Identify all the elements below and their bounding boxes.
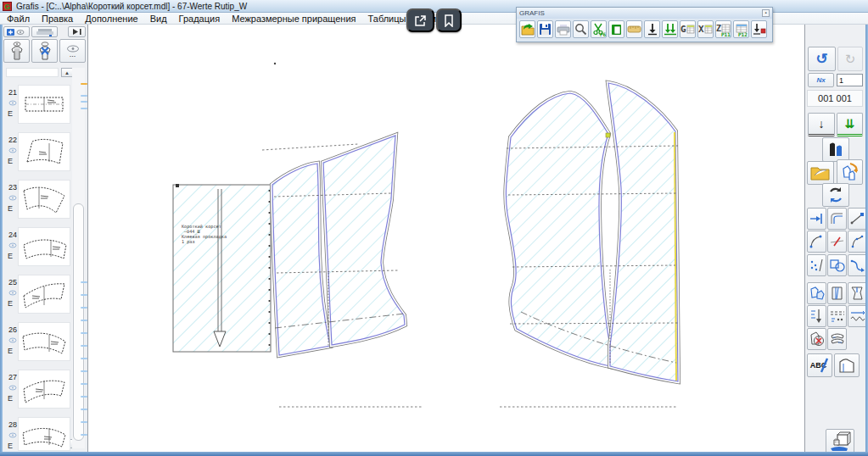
thumbnail-scrollbar-thumb[interactable]	[73, 203, 84, 441]
call-all-values-button[interactable]: ⇊	[837, 113, 863, 136]
thumbnail-piece-25[interactable]	[18, 275, 70, 314]
undo-steps-field[interactable]	[837, 74, 863, 86]
shapes-tool[interactable]	[827, 254, 847, 276]
go-to-end-button[interactable]	[68, 26, 86, 37]
thumb-eye-icon[interactable]	[8, 147, 17, 153]
floating-toolbar-minimize-button[interactable]: ▪	[762, 9, 770, 17]
length-measure-tool[interactable]	[807, 305, 826, 327]
delete-line-tool[interactable]	[827, 231, 847, 253]
copy-rotate-icon	[840, 162, 860, 182]
curve-tool[interactable]	[848, 254, 867, 276]
thumb-eye-icon[interactable]	[8, 242, 17, 248]
piece-side-panel-left[interactable]	[272, 164, 330, 355]
menu-extras[interactable]: Дополнение	[85, 14, 137, 24]
import-all-values-button[interactable]	[662, 20, 678, 38]
thumb-flag-26: E	[8, 347, 18, 355]
piece-corset-front-left[interactable]	[506, 93, 610, 366]
piece-outline-tool[interactable]	[834, 353, 860, 377]
z-values-p11-button[interactable]: ZP11	[715, 20, 731, 38]
pattern-pieces-tool[interactable]	[807, 282, 826, 304]
thumbnail-piece-23[interactable]	[18, 180, 70, 219]
print-list-button[interactable]	[31, 26, 58, 37]
show-piece-button[interactable]	[3, 39, 30, 63]
thumbnail-piece-26[interactable]	[18, 322, 70, 361]
recalculate-button[interactable]	[822, 183, 849, 207]
redo-button[interactable]: ↻	[837, 47, 863, 71]
menu-view[interactable]: Вид	[150, 14, 167, 24]
snap-to-line-tool[interactable]	[807, 208, 826, 230]
seam-wave-icon	[850, 309, 865, 323]
thumb-eye-icon[interactable]	[8, 195, 17, 201]
delete-circle-icon	[809, 331, 825, 347]
x-values-table-button[interactable]: X	[697, 20, 714, 38]
grafis-floating-toolbar[interactable]: GRAFIS ▪ F6	[516, 7, 773, 42]
thumb-eye-icon[interactable]	[8, 290, 17, 296]
open-external-overlay-button[interactable]	[406, 8, 434, 32]
marks-points-tool[interactable]	[827, 305, 847, 327]
open-file-button[interactable]	[519, 20, 535, 38]
copy-rotate-piece-button[interactable]	[837, 159, 863, 185]
thumb-eye-icon[interactable]	[8, 432, 17, 438]
curve-icon	[850, 259, 865, 272]
undo-button[interactable]: ↺	[808, 47, 836, 71]
measure-tape-button[interactable]	[626, 20, 642, 38]
thumb-flag-28: E	[8, 442, 18, 450]
bookmark-overlay-button[interactable]	[436, 8, 462, 32]
g-values-table-button[interactable]: G	[680, 20, 696, 38]
thumb-eye-icon[interactable]	[8, 337, 17, 343]
construction-point[interactable]	[274, 63, 276, 64]
text-tool[interactable]: ABC	[807, 353, 832, 377]
menu-grading[interactable]: Градация	[179, 14, 221, 24]
thumbnail-piece-24[interactable]	[18, 227, 70, 266]
scroll-up-button[interactable]: ▲	[61, 68, 73, 77]
menu-file[interactable]: Файл	[7, 14, 30, 24]
zoom-button[interactable]	[573, 20, 589, 38]
undo-nx-button[interactable]: Nx	[808, 73, 834, 87]
refresh-icon	[826, 186, 845, 204]
menu-tables[interactable]: Таблицы	[368, 14, 406, 24]
pleats-tool[interactable]	[827, 282, 847, 304]
delete-circle-tool[interactable]	[807, 328, 826, 350]
curve-points-tool[interactable]	[848, 231, 867, 253]
tick-blue	[81, 108, 87, 109]
add-piece-view-button[interactable]	[3, 26, 30, 37]
menu-edit[interactable]: Правка	[42, 14, 73, 24]
thumbnail-piece-27[interactable]	[18, 370, 70, 409]
svg-text:P11: P11	[721, 31, 731, 36]
dart-tool[interactable]	[848, 282, 867, 304]
drawing-canvas[interactable]: Короткий корсет —044_Ш Клеевая прокладка…	[88, 25, 804, 452]
menu-intersize-increments[interactable]: Межразмерные приращения	[232, 14, 356, 24]
construction-points-tool[interactable]	[807, 254, 826, 276]
save-file-button[interactable]	[537, 20, 553, 38]
pattern-drawing: Короткий корсет —044_Ш Клеевая прокладка…	[88, 25, 804, 452]
piece-display-button[interactable]	[822, 137, 849, 162]
call-value-button[interactable]: ↓	[808, 113, 835, 136]
import-value-button[interactable]	[644, 20, 660, 38]
line-segment-tool[interactable]	[848, 208, 867, 230]
table-p12-button[interactable]: P12	[733, 20, 749, 38]
thumb-eye-icon[interactable]	[8, 385, 17, 391]
show-more-button[interactable]: ...	[59, 39, 86, 63]
copy-piece-button[interactable]	[608, 20, 624, 38]
thumbnail-piece-28[interactable]	[18, 417, 70, 451]
cut-f6-button[interactable]: F6	[591, 20, 607, 38]
stacked-pieces-tool[interactable]	[827, 328, 847, 350]
thumbnail-piece-22[interactable]	[18, 132, 70, 171]
thumbnail-piece-21[interactable]	[18, 85, 70, 124]
seam-wave-tool[interactable]	[848, 305, 867, 327]
print-button[interactable]	[555, 20, 571, 38]
export-value-button[interactable]	[751, 20, 767, 38]
thumb-eye-icon[interactable]	[8, 100, 17, 106]
arc-tool[interactable]	[807, 231, 826, 253]
fillet-corner-tool[interactable]	[827, 208, 847, 230]
piece-corset-front-right[interactable]	[608, 83, 678, 381]
thumb-flag-27: E	[8, 394, 18, 403]
piece-side-panel-right[interactable]	[323, 136, 405, 345]
pieces-icon	[809, 286, 825, 301]
piece-interfacing-rectangle[interactable]: Короткий корсет —044_Ш Клеевая прокладка…	[173, 184, 271, 352]
open-piece-button[interactable]	[807, 161, 834, 185]
floating-toolbar-titlebar[interactable]: GRAFIS ▪	[517, 8, 772, 19]
plotter-output-button[interactable]	[826, 429, 854, 454]
square-circle-icon	[830, 259, 845, 272]
hide-piece-button[interactable]	[31, 39, 58, 63]
